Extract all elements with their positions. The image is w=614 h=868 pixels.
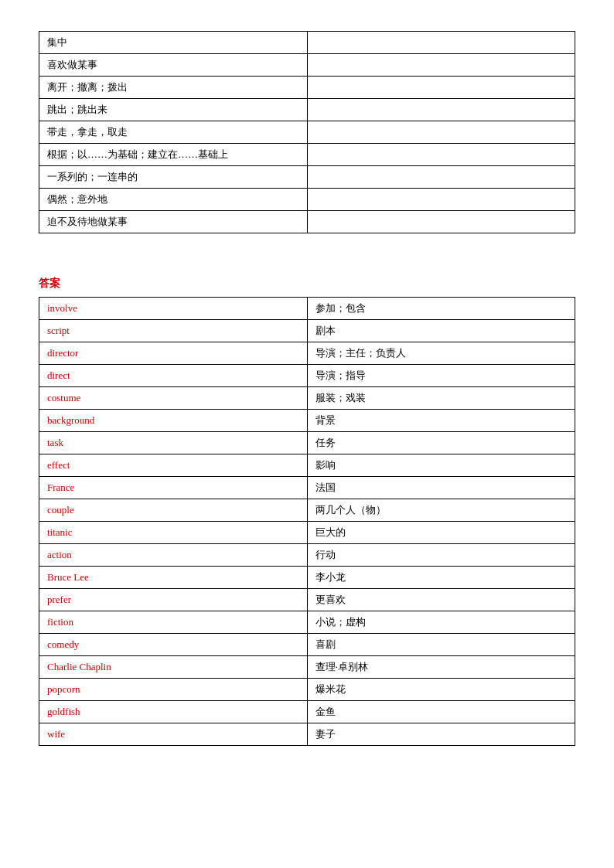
answer-left-14: fiction <box>39 611 308 634</box>
top-table-right-8 <box>307 211 575 233</box>
answer-left-4: costume <box>39 387 308 410</box>
answer-left-10: titanic <box>39 522 308 544</box>
answer-left-17: popcorn <box>39 679 308 701</box>
answer-right-13: 更喜欢 <box>307 589 575 611</box>
top-table-right-4 <box>307 121 575 144</box>
answer-left-0: involve <box>39 298 308 320</box>
answer-left-1: script <box>39 320 308 342</box>
answer-label: 答案 <box>39 277 575 291</box>
top-table-right-0 <box>307 32 575 54</box>
answer-left-16: Charlie Chaplin <box>39 656 308 679</box>
answer-right-7: 影响 <box>307 454 575 477</box>
answer-right-0: 参加；包含 <box>307 298 575 320</box>
answer-left-19: wife <box>39 723 308 746</box>
top-table-right-5 <box>307 144 575 166</box>
answer-right-6: 任务 <box>307 432 575 454</box>
answer-left-18: goldfish <box>39 701 308 723</box>
answer-section: 答案 involve参加；包含script剧本director导演；主任；负责人… <box>39 277 575 746</box>
answer-left-11: action <box>39 544 308 567</box>
top-table-left-2: 离开；撤离；拨出 <box>39 77 308 99</box>
answer-right-11: 行动 <box>307 544 575 567</box>
answer-left-8: France <box>39 477 308 499</box>
answer-right-14: 小说；虚构 <box>307 611 575 634</box>
top-table: 集中喜欢做某事离开；撤离；拨出跳出；跳出来带走，拿走，取走根据；以……为基础；建… <box>39 31 575 233</box>
top-table-left-8: 迫不及待地做某事 <box>39 211 308 233</box>
answer-right-3: 导演；指导 <box>307 365 575 387</box>
answer-right-18: 金鱼 <box>307 701 575 723</box>
answer-left-6: task <box>39 432 308 454</box>
answer-left-15: comedy <box>39 634 308 656</box>
top-table-left-7: 偶然；意外地 <box>39 189 308 211</box>
top-table-right-6 <box>307 166 575 189</box>
answer-left-3: direct <box>39 365 308 387</box>
top-table-right-1 <box>307 54 575 77</box>
answer-left-7: effect <box>39 454 308 477</box>
answer-left-13: prefer <box>39 589 308 611</box>
answer-right-12: 李小龙 <box>307 567 575 589</box>
top-table-right-7 <box>307 189 575 211</box>
answer-right-1: 剧本 <box>307 320 575 342</box>
answer-right-19: 妻子 <box>307 723 575 746</box>
top-table-left-6: 一系列的；一连串的 <box>39 166 308 189</box>
answer-left-9: couple <box>39 499 308 522</box>
answer-left-2: director <box>39 342 308 365</box>
answer-right-9: 两几个人（物） <box>307 499 575 522</box>
answer-right-2: 导演；主任；负责人 <box>307 342 575 365</box>
top-table-left-5: 根据；以……为基础；建立在……基础上 <box>39 144 308 166</box>
answer-right-17: 爆米花 <box>307 679 575 701</box>
top-table-left-3: 跳出；跳出来 <box>39 99 308 121</box>
top-table-left-0: 集中 <box>39 32 308 54</box>
top-table-left-4: 带走，拿走，取走 <box>39 121 308 144</box>
answer-left-5: background <box>39 410 308 432</box>
answer-left-12: Bruce Lee <box>39 567 308 589</box>
answer-right-16: 查理·卓别林 <box>307 656 575 679</box>
answer-right-10: 巨大的 <box>307 522 575 544</box>
top-table-left-1: 喜欢做某事 <box>39 54 308 77</box>
answer-right-8: 法国 <box>307 477 575 499</box>
top-table-right-2 <box>307 77 575 99</box>
top-table-right-3 <box>307 99 575 121</box>
answer-right-15: 喜剧 <box>307 634 575 656</box>
answer-right-4: 服装；戏装 <box>307 387 575 410</box>
answer-right-5: 背景 <box>307 410 575 432</box>
answer-table: involve参加；包含script剧本director导演；主任；负责人dir… <box>39 297 575 746</box>
